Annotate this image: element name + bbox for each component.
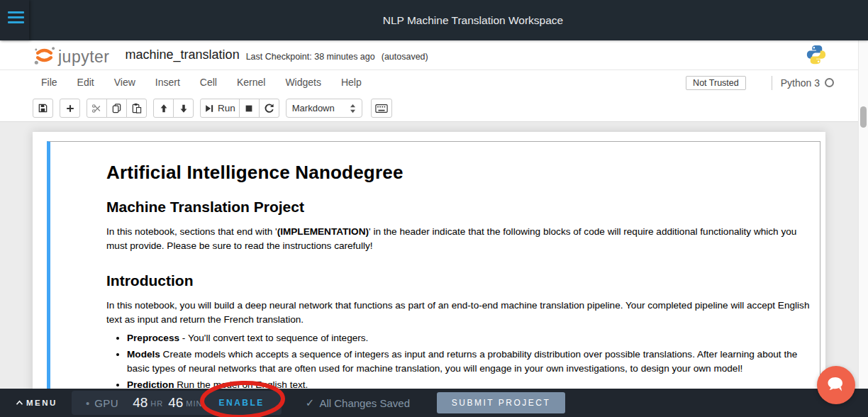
save-status: ✓ All Changes Saved bbox=[306, 396, 410, 409]
not-trusted-badge[interactable]: Not Trusted bbox=[686, 76, 746, 90]
autosave-status: (autosaved) bbox=[382, 52, 428, 62]
gpu-hours-value: 48 bbox=[133, 395, 148, 411]
introduction-paragraph: In this notebook, you will build a deep … bbox=[106, 299, 811, 327]
menu-insert[interactable]: Insert bbox=[145, 70, 190, 95]
jupyter-menubar: File Edit View Insert Cell Kernel Widget… bbox=[0, 70, 868, 95]
save-icon bbox=[38, 103, 48, 113]
menu-cell[interactable]: Cell bbox=[190, 70, 227, 95]
menu-file[interactable]: File bbox=[31, 70, 67, 95]
notebook-container: Artificial Intelligence Nanodegree Machi… bbox=[33, 132, 825, 417]
jupyter-header: jupyter machine_translation Last Checkpo… bbox=[0, 40, 868, 70]
list-item-preprocess: Preprocess - You'll convert text to sequ… bbox=[127, 331, 800, 345]
jupyter-logo[interactable]: jupyter bbox=[33, 45, 110, 65]
jupyter-logo-text: jupyter bbox=[58, 48, 110, 67]
scissors-icon bbox=[91, 104, 102, 113]
interrupt-kernel-button[interactable] bbox=[239, 99, 260, 118]
run-cell-button[interactable]: Run bbox=[200, 99, 240, 118]
gpu-label: GPU bbox=[94, 397, 118, 409]
gpu-status-icon: • bbox=[86, 397, 89, 409]
cut-cell-button[interactable] bbox=[87, 99, 107, 118]
menu-widgets[interactable]: Widgets bbox=[275, 70, 331, 95]
selected-markdown-cell[interactable]: Artificial Intelligence Nanodegree Machi… bbox=[47, 141, 820, 417]
cell-type-select[interactable]: Markdown bbox=[286, 99, 362, 118]
implementation-note: In this notebook, sections that end with… bbox=[106, 225, 811, 253]
menu-edit[interactable]: Edit bbox=[67, 70, 104, 95]
check-icon: ✓ bbox=[306, 396, 315, 409]
command-palette-button[interactable] bbox=[371, 99, 392, 118]
cell-type-value: Markdown bbox=[292, 103, 350, 113]
cell-heading-project: Machine Translation Project bbox=[106, 198, 811, 216]
scrollbar-thumb[interactable] bbox=[860, 106, 867, 128]
vertical-scrollbar[interactable] bbox=[858, 40, 868, 389]
cell-heading-introduction: Introduction bbox=[106, 272, 811, 290]
gpu-enable-button[interactable]: ENABLE bbox=[219, 398, 265, 408]
stop-icon bbox=[244, 104, 254, 113]
chat-bubble-icon bbox=[827, 377, 845, 394]
menu-kernel[interactable]: Kernel bbox=[227, 70, 275, 95]
gpu-minutes-unit: MIN bbox=[186, 399, 202, 408]
add-cell-button[interactable] bbox=[60, 99, 80, 118]
jupyter-logo-icon bbox=[33, 45, 56, 65]
copy-cell-button[interactable] bbox=[106, 99, 127, 118]
gpu-minutes-value: 46 bbox=[168, 395, 183, 411]
chat-support-button[interactable] bbox=[817, 366, 855, 404]
run-icon bbox=[204, 104, 214, 113]
notebook-scroll-area[interactable]: Artificial Intelligence Nanodegree Machi… bbox=[0, 122, 868, 417]
run-label: Run bbox=[218, 103, 235, 113]
workspace-title: NLP Machine Translation Workspace bbox=[0, 0, 868, 40]
gpu-hours-unit: HR bbox=[150, 399, 163, 408]
menu-help[interactable]: Help bbox=[331, 70, 372, 95]
kernel-idle-icon bbox=[825, 78, 834, 87]
kernel-name: Python 3 bbox=[781, 77, 820, 89]
python-logo-icon bbox=[806, 44, 827, 65]
move-cell-up-button[interactable] bbox=[153, 99, 174, 118]
restart-kernel-button[interactable] bbox=[259, 99, 279, 118]
menu-view[interactable]: View bbox=[104, 70, 145, 95]
menubar-divider bbox=[772, 76, 772, 90]
pipeline-steps-list: Preprocess - You'll convert text to sequ… bbox=[106, 331, 800, 392]
move-cell-down-button[interactable] bbox=[173, 99, 194, 118]
arrow-down-icon bbox=[179, 104, 189, 113]
paste-icon bbox=[131, 103, 142, 113]
select-spinner-icon bbox=[350, 104, 356, 113]
submit-project-button[interactable]: SUBMIT PROJECT bbox=[437, 392, 565, 413]
cell-heading-nanodegree: Artificial Intelligence Nanodegree bbox=[106, 162, 811, 184]
save-button[interactable] bbox=[33, 99, 53, 118]
plus-icon bbox=[65, 104, 75, 113]
refresh-icon bbox=[264, 103, 274, 113]
menu-toggle-button[interactable]: MENU bbox=[16, 399, 57, 407]
gpu-time-panel: • GPU 48 HR 46 MIN ENABLE bbox=[72, 391, 282, 415]
chevron-up-icon bbox=[16, 400, 23, 406]
notebook-title[interactable]: machine_translation bbox=[126, 48, 240, 62]
keyboard-icon bbox=[375, 104, 388, 113]
workspace-bottom-bar: MENU • GPU 48 HR 46 MIN ENABLE ✓ All Cha… bbox=[0, 389, 868, 417]
save-status-label: All Changes Saved bbox=[319, 397, 410, 409]
jupyter-toolbar: Run Markdown bbox=[0, 95, 868, 122]
copy-icon bbox=[111, 103, 122, 113]
menu-toggle-label: MENU bbox=[26, 399, 57, 407]
list-item-models: Models Create models which accepts a seq… bbox=[127, 348, 800, 376]
checkpoint-status: Last Checkpoint: 38 minutes ago bbox=[246, 52, 375, 62]
arrow-up-icon bbox=[159, 104, 169, 113]
workspace-top-bar: NLP Machine Translation Workspace bbox=[0, 0, 868, 40]
paste-cell-button[interactable] bbox=[126, 99, 147, 118]
